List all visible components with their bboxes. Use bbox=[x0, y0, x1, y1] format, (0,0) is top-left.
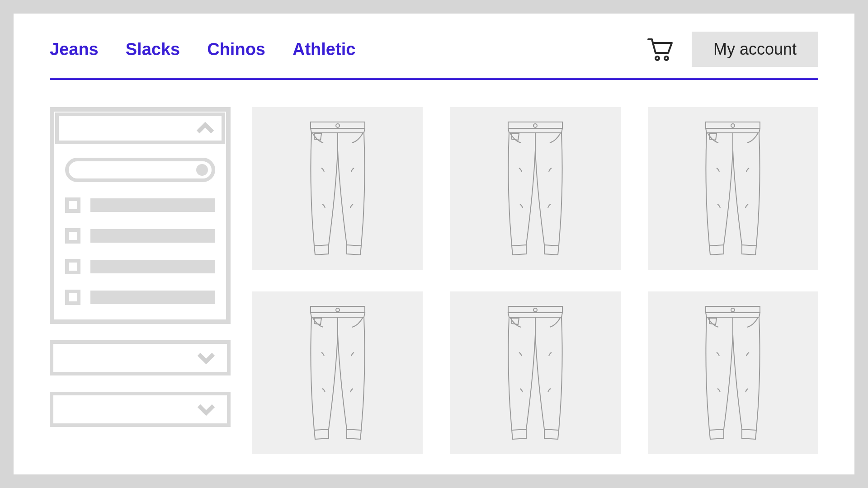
filter-sidebar bbox=[50, 107, 231, 454]
page-container: Jeans Slacks Chinos Athletic My account bbox=[14, 14, 854, 474]
product-card[interactable] bbox=[252, 107, 423, 270]
category-nav: Jeans Slacks Chinos Athletic bbox=[50, 40, 355, 59]
filter-option[interactable] bbox=[65, 228, 215, 244]
product-card[interactable] bbox=[648, 107, 818, 270]
slider-knob[interactable] bbox=[196, 164, 208, 176]
product-card[interactable] bbox=[252, 291, 423, 454]
main-content bbox=[50, 107, 818, 454]
nav-link-jeans[interactable]: Jeans bbox=[50, 40, 99, 59]
chevron-down-icon bbox=[196, 399, 216, 419]
filter-panel-collapsed[interactable] bbox=[50, 392, 231, 427]
nav-link-chinos[interactable]: Chinos bbox=[207, 40, 265, 59]
checkbox[interactable] bbox=[65, 228, 80, 244]
filter-panel-header[interactable] bbox=[57, 114, 223, 142]
product-card[interactable] bbox=[450, 291, 620, 454]
filter-panel-expanded bbox=[50, 107, 231, 324]
filter-option-label bbox=[90, 291, 215, 304]
header-right: My account bbox=[646, 32, 818, 67]
filter-option[interactable] bbox=[65, 290, 215, 305]
product-card[interactable] bbox=[648, 291, 818, 454]
filter-option-label bbox=[90, 260, 215, 273]
nav-link-slacks[interactable]: Slacks bbox=[126, 40, 180, 59]
filter-panel-collapsed[interactable] bbox=[50, 340, 231, 375]
chevron-down-icon bbox=[196, 348, 216, 368]
pants-icon bbox=[297, 118, 378, 258]
product-card[interactable] bbox=[450, 107, 620, 270]
filter-option[interactable] bbox=[65, 197, 215, 213]
filter-option-label bbox=[90, 229, 215, 243]
pants-icon bbox=[495, 303, 576, 443]
pants-icon bbox=[692, 303, 774, 443]
pants-icon bbox=[297, 303, 378, 443]
checkbox[interactable] bbox=[65, 290, 80, 305]
product-grid bbox=[252, 107, 818, 454]
checkbox[interactable] bbox=[65, 259, 80, 274]
checkbox[interactable] bbox=[65, 197, 80, 213]
pants-icon bbox=[692, 118, 774, 258]
header: Jeans Slacks Chinos Athletic My account bbox=[50, 32, 818, 80]
range-slider[interactable] bbox=[65, 158, 215, 182]
filter-panel-body bbox=[54, 145, 226, 319]
filter-option-label bbox=[90, 198, 215, 212]
my-account-button[interactable]: My account bbox=[692, 32, 818, 67]
chevron-up-icon bbox=[195, 118, 215, 138]
filter-option[interactable] bbox=[65, 259, 215, 274]
cart-icon[interactable] bbox=[646, 37, 674, 62]
nav-link-athletic[interactable]: Athletic bbox=[292, 40, 355, 59]
pants-icon bbox=[495, 118, 576, 258]
